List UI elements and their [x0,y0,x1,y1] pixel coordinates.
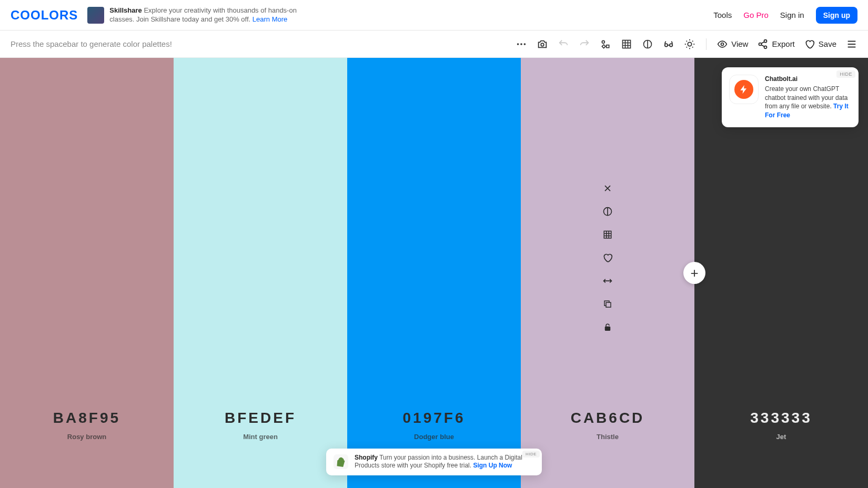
color-column[interactable]: BA8F95Rosy brown [0,58,174,488]
grid-icon[interactable] [621,38,632,50]
svg-point-14 [764,46,767,48]
palette: BA8F95Rosy brownBFEDEFMint green0197F6Do… [0,58,868,488]
info-icon[interactable] [601,205,614,218]
svg-point-12 [764,39,767,42]
header-ad: Skillshare Explore your creativity with … [87,6,391,24]
export-label: Export [772,39,794,48]
more-icon[interactable] [516,38,527,50]
toolbar: Press the spacebar to generate color pal… [0,30,868,58]
bottom-banner: HIDE Shopify Turn your passion into a bu… [326,449,542,475]
svg-point-3 [541,43,544,46]
svg-point-9 [670,44,673,47]
svg-point-10 [688,42,692,46]
svg-point-8 [665,44,668,47]
drag-icon[interactable] [601,274,614,287]
sign-up-button[interactable]: Sign up [816,7,857,24]
color-name: Jet [776,433,786,441]
svg-point-2 [524,43,526,45]
brightness-icon[interactable] [684,38,695,50]
promo-hide-button[interactable]: HIDE [836,70,855,78]
favorite-icon[interactable] [601,251,614,264]
toolbar-right-group: View Export Save [717,38,857,50]
glasses-icon[interactable] [663,38,674,50]
redo-icon [579,38,590,50]
color-tools [601,182,614,333]
shades-icon[interactable] [601,228,614,241]
undo-icon [558,38,569,50]
banner-cta[interactable]: Sign Up Now [473,462,512,469]
header: COOLORS Skillshare Explore your creativi… [0,0,868,30]
side-promo: HIDE Chatbolt.ai Create your own ChatGPT… [722,67,859,127]
svg-rect-18 [605,327,610,330]
color-column[interactable]: 0197F6Dodger blue [347,58,521,488]
color-column[interactable]: CAB6CDThistle [521,58,694,488]
header-ad-cta[interactable]: Learn More [253,15,287,23]
chatbolt-icon [729,75,759,104]
logo[interactable]: COOLORS [11,8,78,23]
promo-body: Chatbolt.ai Create your own ChatGPT chat… [765,75,851,120]
svg-point-0 [517,43,519,45]
spacebar-hint: Press the spacebar to generate color pal… [11,39,505,48]
heart-icon [804,39,815,49]
color-name: Thistle [597,433,619,441]
tools-link[interactable]: Tools [713,11,732,19]
camera-icon[interactable] [537,38,548,50]
view-label: View [731,39,748,48]
header-nav: Tools Go Pro Sign in Sign up [713,7,857,24]
svg-point-1 [520,43,522,45]
svg-rect-6 [623,40,631,48]
shopify-icon [334,454,348,469]
banner-hide-button[interactable]: HIDE [522,451,540,458]
svg-point-4 [602,40,605,43]
save-label: Save [819,39,836,48]
color-column[interactable]: BFEDEFMint green [174,58,347,488]
toolbar-divider [706,38,706,50]
toolbar-left-group [516,38,695,50]
color-hex[interactable]: 333333 [750,410,812,426]
svg-point-13 [759,43,762,45]
svg-rect-5 [607,45,609,47]
view-button[interactable]: View [717,39,748,49]
color-hex[interactable]: BA8F95 [53,410,120,426]
color-hex[interactable]: 0197F6 [403,410,466,426]
go-pro-link[interactable]: Go Pro [743,11,769,19]
contrast-icon[interactable] [642,38,653,50]
add-color-button[interactable]: + [683,262,705,284]
export-button[interactable]: Export [758,39,794,49]
color-hex[interactable]: BFEDEF [225,410,296,426]
save-button[interactable]: Save [804,39,836,49]
color-hex[interactable]: CAB6CD [571,410,645,426]
sign-in-link[interactable]: Sign in [780,11,804,19]
color-name: Rosy brown [67,433,106,441]
banner-text: Shopify Turn your passion into a busines… [355,454,534,470]
svg-rect-16 [604,231,611,238]
remove-color-icon[interactable] [601,182,614,195]
color-name: Dodger blue [414,433,454,441]
menu-icon[interactable] [846,38,857,50]
svg-point-11 [721,43,724,45]
skillshare-icon [87,7,104,24]
variations-icon[interactable] [600,38,611,50]
color-name: Mint green [243,433,278,441]
share-icon [758,39,768,49]
header-ad-text: Skillshare Explore your creativity with … [109,6,320,24]
banner-title: Shopify [355,454,378,461]
header-ad-title: Skillshare [109,6,142,14]
lock-icon[interactable] [601,321,614,333]
eye-icon [717,39,728,49]
svg-rect-17 [606,302,611,307]
copy-icon[interactable] [601,298,614,310]
